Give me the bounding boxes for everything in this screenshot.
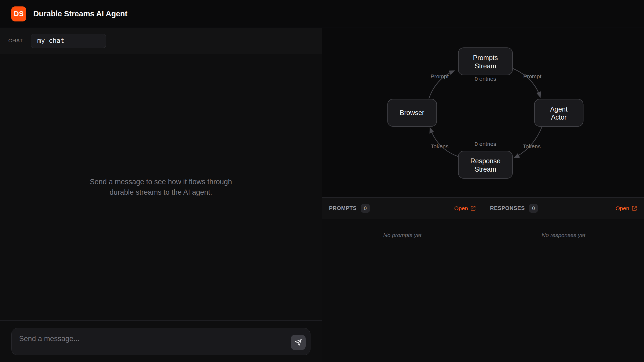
responses-open-label: Open <box>616 205 629 212</box>
chat-column: CHAT: Send a message to see how it flows… <box>0 28 322 362</box>
edge-agent-to-response <box>515 127 542 157</box>
app-header: DS Durable Streams AI Agent <box>0 0 644 28</box>
chat-name-input[interactable] <box>31 34 106 48</box>
prompts-count-badge: 0 <box>361 204 370 213</box>
prompts-title: PROMPTS <box>329 205 357 211</box>
prompts-panel: PROMPTS 0 Open No prompts yet <box>322 198 483 362</box>
chat-message-area: Send a message to see how it flows throu… <box>0 54 322 320</box>
edge-browser-to-prompts-label: Prompt <box>430 73 449 79</box>
chat-empty-line2: durable streams to the AI agent. <box>90 187 232 198</box>
node-agent-actor-line2: Actor <box>551 113 566 121</box>
paper-plane-icon <box>295 339 302 346</box>
node-prompts-stream-line1: Prompts <box>473 54 498 61</box>
external-link-icon <box>632 206 637 211</box>
responses-list: No responses yet <box>483 219 644 362</box>
node-response-stream-line2: Stream <box>475 165 496 173</box>
edge-agent-to-response-label: Tokens <box>523 143 541 149</box>
page-title: Durable Streams AI Agent <box>33 9 127 18</box>
edge-response-to-browser-label: Tokens <box>431 143 448 149</box>
node-browser: Browser <box>388 99 437 127</box>
node-agent-actor: Agent Actor <box>535 99 583 127</box>
message-input[interactable] <box>12 328 310 355</box>
responses-open-link[interactable]: Open <box>616 205 637 212</box>
prompts-list: No prompts yet <box>322 219 483 362</box>
prompts-panel-header: PROMPTS 0 Open <box>322 198 483 219</box>
send-button[interactable] <box>291 335 306 350</box>
edge-response-to-browser <box>430 128 458 156</box>
edge-prompts-to-agent-label: Prompt <box>523 73 541 79</box>
chat-toolbar: CHAT: <box>0 28 322 54</box>
chat-empty-state: Send a message to see how it flows throu… <box>90 177 232 198</box>
composer <box>11 328 310 355</box>
chat-empty-line1: Send a message to see how it flows throu… <box>90 177 232 187</box>
node-agent-actor-line1: Agent <box>550 105 568 113</box>
prompts-open-label: Open <box>454 205 468 212</box>
node-response-stream: Response Stream 0 entries <box>458 141 513 178</box>
app-logo: DS <box>11 6 26 21</box>
streams-column: Prompt Prompt Tokens Tokens Prompts Stre… <box>322 28 644 362</box>
prompts-open-link[interactable]: Open <box>454 205 476 212</box>
node-response-stream-line1: Response <box>470 157 500 165</box>
prompts-stream-entries-count: 0 entries <box>475 76 496 82</box>
node-prompts-stream: Prompts Stream 0 entries <box>458 48 513 82</box>
responses-title: RESPONSES <box>490 205 525 211</box>
chat-label: CHAT: <box>8 38 24 44</box>
stream-panels: PROMPTS 0 Open No prompts yet <box>322 198 644 362</box>
main-layout: CHAT: Send a message to see how it flows… <box>0 28 644 362</box>
flow-diagram: Prompt Prompt Tokens Tokens Prompts Stre… <box>322 28 644 198</box>
responses-panel-header: RESPONSES 0 Open <box>483 198 644 219</box>
responses-count-badge: 0 <box>529 204 538 213</box>
prompts-empty-state: No prompts yet <box>322 232 483 238</box>
edge-prompts-to-agent <box>513 69 540 97</box>
app-root: DS Durable Streams AI Agent CHAT: Send a… <box>0 0 644 362</box>
node-browser-label: Browser <box>400 109 425 116</box>
external-link-icon <box>470 206 476 211</box>
responses-panel: RESPONSES 0 Open No responses yet <box>483 198 644 362</box>
responses-empty-state: No responses yet <box>483 232 644 238</box>
composer-bar <box>0 320 322 362</box>
response-stream-entries-count: 0 entries <box>475 141 496 147</box>
node-prompts-stream-line2: Stream <box>475 62 496 70</box>
